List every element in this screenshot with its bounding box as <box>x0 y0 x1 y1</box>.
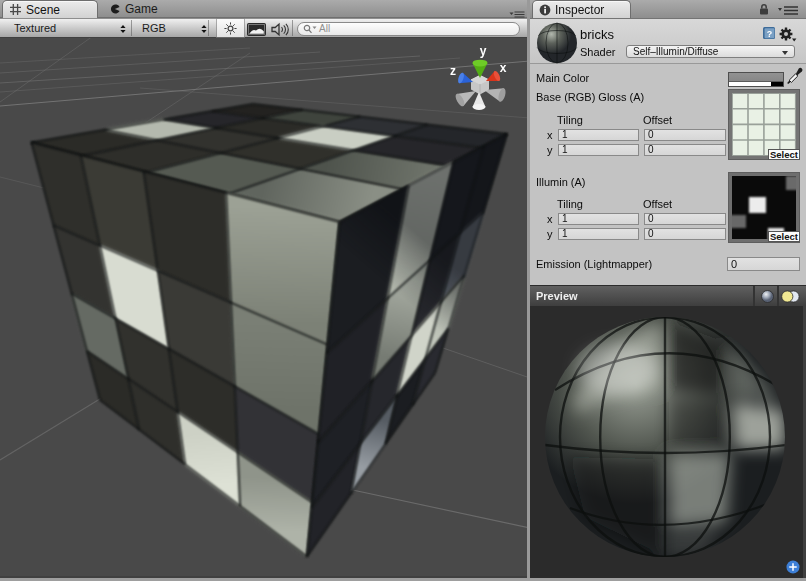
svg-text:y: y <box>480 44 487 58</box>
svg-text:x: x <box>500 61 507 75</box>
svg-text:z: z <box>450 64 456 78</box>
svg-text:?: ? <box>767 29 773 39</box>
